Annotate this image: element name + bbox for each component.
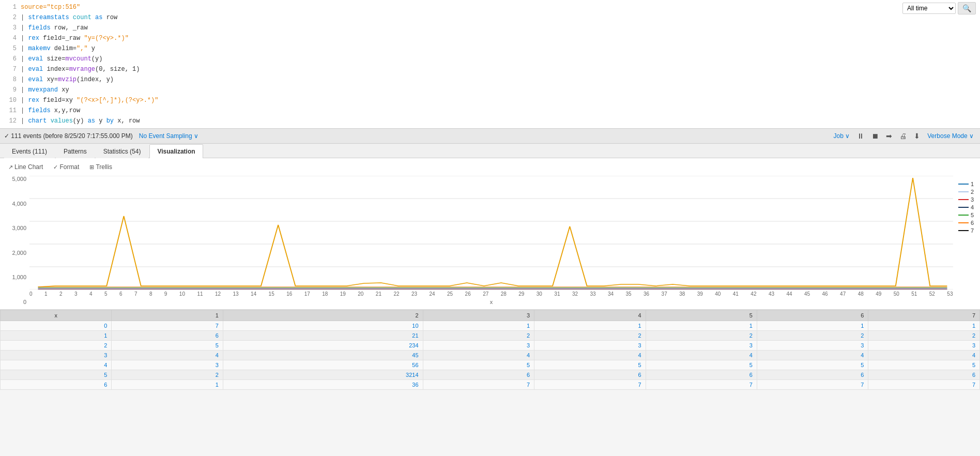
trellis-button[interactable]: ⊞ Trellis <box>87 162 114 172</box>
events-info: ✓ 111 events (before 8/25/20 7:17:55.000… <box>4 132 133 140</box>
table-cell-1-2: 21 <box>223 331 423 341</box>
table-cell-0-5: 1 <box>646 321 757 331</box>
query-line-12: 12 | chart values (y) as y by x, row <box>0 116 980 126</box>
search-toolbar: ✓ 111 events (before 8/25/20 7:17:55.000… <box>0 129 980 144</box>
share-button[interactable]: ➡ <box>884 131 894 141</box>
table-row: 435655555 <box>1 360 980 370</box>
table-cell-5-0: 5 <box>1 370 112 380</box>
x-axis-label: x <box>29 299 953 305</box>
table-cell-3-6: 4 <box>757 351 868 360</box>
legend-item-7: 7 <box>958 227 974 234</box>
pause-button[interactable]: ⏸ <box>855 131 866 141</box>
table-cell-3-2: 45 <box>223 351 423 360</box>
legend-label-7: 7 <box>971 227 974 234</box>
legend-label-1: 1 <box>971 181 974 187</box>
table-cell-3-5: 4 <box>646 351 757 360</box>
format-label: Format <box>59 163 79 171</box>
legend-item-4: 4 <box>958 204 974 210</box>
chart-main: 0 1 2 3 4 5 6 7 8 9 10 11 12 13 14 15 16… <box>29 176 953 305</box>
col-header-1: 1 <box>112 310 223 321</box>
table-cell-3-7: 4 <box>868 351 980 360</box>
table-cell-6-6: 7 <box>757 380 868 390</box>
query-line-7: 7 | eval index= mvrange (0, size, 1) <box>0 64 980 74</box>
top-bar: All time Last 24 hours Last 7 days Last … <box>902 2 976 14</box>
table-cell-2-5: 3 <box>646 341 757 351</box>
table-cell-6-7: 7 <box>868 380 980 390</box>
no-sampling-button[interactable]: No Event Sampling ∨ <box>137 131 201 141</box>
table-row: 2523433333 <box>1 341 980 351</box>
legend-label-3: 3 <box>971 196 974 203</box>
table-cell-0-6: 1 <box>757 321 868 331</box>
time-range-select[interactable]: All time Last 24 hours Last 7 days Last … <box>902 3 956 14</box>
export-button[interactable]: ⬇ <box>912 131 922 141</box>
col-header-x: x <box>1 310 112 321</box>
col-header-7: 7 <box>868 310 980 321</box>
stop-button[interactable]: ⏹ <box>869 131 881 141</box>
tab-statistics[interactable]: Statistics (54) <box>96 144 149 158</box>
table-cell-3-4: 4 <box>534 351 646 360</box>
tabs-bar: Events (111) Patterns Statistics (54) Vi… <box>0 144 980 158</box>
table-cell-0-7: 1 <box>868 321 980 331</box>
query-line-3: 3 | fields row, _raw <box>0 23 980 33</box>
table-cell-3-3: 4 <box>423 351 534 360</box>
legend-color-3 <box>958 199 969 200</box>
legend-item-3: 3 <box>958 196 974 203</box>
table-row: 344544444 <box>1 351 980 360</box>
line-chart-button[interactable]: ↗ Line Chart <box>6 162 45 172</box>
y-label-2000: 2,000 <box>12 250 26 256</box>
table-cell-5-4: 6 <box>534 370 646 380</box>
table-cell-1-1: 6 <box>112 331 223 341</box>
query-editor: All time Last 24 hours Last 7 days Last … <box>0 0 980 129</box>
data-table-container: x 1 2 3 4 5 6 7 071011111162122222252343… <box>0 309 980 390</box>
table-cell-1-6: 2 <box>757 331 868 341</box>
line-chart-icon: ↗ <box>8 164 13 171</box>
table-cell-1-7: 2 <box>868 331 980 341</box>
table-cell-2-2: 234 <box>223 341 423 351</box>
print-button[interactable]: 🖨 <box>897 131 909 141</box>
verbose-mode-button[interactable]: Verbose Mode ∨ <box>925 131 976 141</box>
table-cell-4-6: 5 <box>757 360 868 370</box>
job-button[interactable]: Job ∨ <box>832 131 852 141</box>
y-label-3000: 3,000 <box>12 225 26 231</box>
format-button[interactable]: ✓ Format <box>51 162 81 172</box>
table-row: 162122222 <box>1 331 980 341</box>
chart-svg-area <box>29 176 953 291</box>
trellis-icon: ⊞ <box>89 164 94 171</box>
tab-events[interactable]: Events (111) <box>4 144 55 158</box>
table-cell-6-0: 6 <box>1 380 112 390</box>
toolbar-left: ✓ 111 events (before 8/25/20 7:17:55.000… <box>4 131 201 141</box>
table-cell-6-2: 36 <box>223 380 423 390</box>
search-button[interactable]: 🔍 <box>958 2 976 14</box>
legend-item-1: 1 <box>958 181 974 187</box>
table-cell-2-7: 3 <box>868 341 980 351</box>
tab-visualization[interactable]: Visualization <box>149 144 203 158</box>
table-cell-5-5: 6 <box>646 370 757 380</box>
col-header-4: 4 <box>534 310 646 321</box>
col-header-5: 5 <box>646 310 757 321</box>
query-line-10: 10 | rex field=xy "(?<x>[^,]*),(?<y>.*)" <box>0 95 980 105</box>
chart-svg <box>29 176 953 290</box>
table-row: 52321466666 <box>1 370 980 380</box>
table-cell-2-3: 3 <box>423 341 534 351</box>
table-cell-0-4: 1 <box>534 321 646 331</box>
legend-label-5: 5 <box>971 212 974 218</box>
table-cell-0-3: 1 <box>423 321 534 331</box>
table-cell-6-3: 7 <box>423 380 534 390</box>
table-row: 071011111 <box>1 321 980 331</box>
query-line-4: 4 | rex field=_raw "y=(?<y>.*)" <box>0 33 980 43</box>
query-line-5: 5 | makemv delim= "," y <box>0 43 980 54</box>
table-cell-6-1: 1 <box>112 380 223 390</box>
trellis-label: Trellis <box>96 163 112 171</box>
tab-patterns[interactable]: Patterns <box>56 144 95 158</box>
table-cell-0-1: 7 <box>112 321 223 331</box>
table-cell-1-5: 2 <box>646 331 757 341</box>
legend-color-4 <box>958 207 969 208</box>
table-cell-4-0: 4 <box>1 360 112 370</box>
query-line-9: 9 | mvexpand xy <box>0 85 980 95</box>
col-header-2: 2 <box>223 310 423 321</box>
table-cell-2-0: 2 <box>1 341 112 351</box>
table-cell-2-4: 3 <box>534 341 646 351</box>
table-cell-2-1: 5 <box>112 341 223 351</box>
table-cell-1-3: 2 <box>423 331 534 341</box>
format-icon: ✓ <box>53 164 58 171</box>
